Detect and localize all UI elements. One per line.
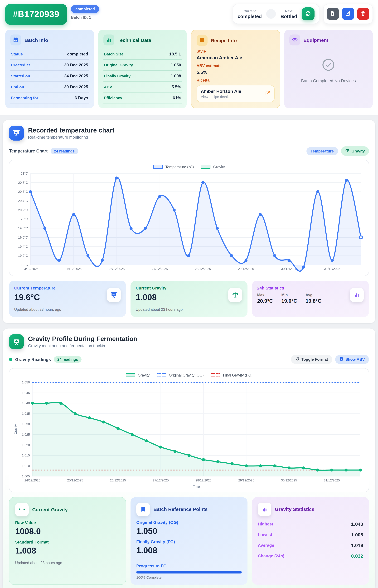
equipment-title: Equipment (303, 37, 328, 43)
svg-text:1.005: 1.005 (22, 475, 30, 478)
temperature-chart-legend: Temperature (°C)Gravity (13, 164, 365, 171)
wifi-icon (289, 34, 300, 45)
legend-swatch (201, 165, 211, 169)
temperature-chart: 21°C20.8°C20.6°C20.4°C20.2°C20°C19.8°C19… (13, 171, 365, 274)
recipe-link-card[interactable]: Amber Horizon Ale View recipe details (197, 85, 274, 102)
export-button[interactable] (327, 8, 339, 20)
svg-text:24/12/2025: 24/12/2025 (23, 267, 39, 271)
external-link-icon (265, 90, 270, 97)
presentation-chart-icon (107, 288, 121, 302)
presentation-chart-icon (9, 334, 24, 349)
bar-chart-icon (258, 502, 271, 516)
svg-text:1.010: 1.010 (22, 464, 30, 468)
standard-format-value: 1.008 (15, 546, 120, 556)
batch-info-title: Batch Info (25, 37, 48, 43)
current-gravity-updated: Updated about 23 hours ago (136, 308, 242, 312)
technical-data-card: Technical Data Batch Size18.5 L Original… (98, 30, 187, 108)
delete-button[interactable] (357, 8, 369, 20)
scale-icon (228, 288, 242, 302)
temperature-section-subtitle: Real-time temperature monitoring (28, 135, 114, 140)
progress-to-fg-label: Progress to FG (136, 563, 242, 568)
stats-24h-card: 24h Statistics Max20.9°C Min19.0°C Avg19… (252, 281, 369, 317)
svg-text:26/12/2025: 26/12/2025 (109, 267, 125, 271)
advance-status-button[interactable] (302, 7, 314, 20)
info-row: Finally Gravity1.008 (103, 71, 182, 82)
legend-item[interactable]: Gravity (201, 165, 225, 169)
next-status-label: Next (281, 9, 297, 13)
svg-text:1.035: 1.035 (22, 412, 30, 416)
show-abv-button[interactable]: Show ABV (335, 355, 369, 364)
gravity-readings-label: Gravity Readings (15, 357, 51, 362)
temp-readings-badge: 24 readings (51, 148, 78, 154)
temperature-section-title: Recorded temperature chart (28, 127, 114, 134)
current-temperature-updated: Updated about 23 hours ago (14, 308, 121, 312)
legend-label: Final Gravity (FG) (223, 373, 253, 377)
gravity-tab-button[interactable]: Gravity (341, 146, 369, 156)
svg-text:30/12/2025: 30/12/2025 (281, 267, 297, 271)
svg-text:30/12/2025: 30/12/2025 (281, 479, 297, 482)
svg-text:29/12/2025: 29/12/2025 (238, 479, 254, 482)
svg-text:24/12/2025: 24/12/2025 (24, 479, 40, 482)
bar-chart-icon (103, 34, 114, 45)
svg-text:26/12/2025: 26/12/2025 (110, 479, 126, 482)
progress-bar (136, 571, 242, 573)
green-dot-icon (9, 358, 12, 361)
max-value: 20.9°C (257, 298, 273, 304)
gravity-chart-legend: GravityOriginal Gravity (OG)Final Gravit… (13, 372, 365, 379)
temperature-tab-button[interactable]: Temperature (307, 147, 338, 155)
info-row: Created at30 Dec 2025 (10, 60, 89, 71)
svg-text:20.8°C: 20.8°C (18, 181, 28, 184)
trash-icon (360, 11, 366, 17)
recipe-link-text: View recipe details (201, 95, 241, 99)
legend-item[interactable]: Final Gravity (FG) (211, 373, 253, 377)
scale-icon (345, 148, 350, 154)
current-gravity-label: Current Gravity (136, 286, 242, 291)
svg-text:20.2°C: 20.2°C (18, 208, 28, 212)
legend-swatch (211, 373, 220, 377)
current-gravity-detail-card: Current Gravity Raw Value 1008.0 Standar… (9, 497, 126, 585)
svg-text:1.015: 1.015 (22, 454, 30, 457)
stat-row: Lowest1.008 (258, 532, 363, 537)
refresh-icon (305, 10, 311, 18)
info-row: Started on24 Dec 2025 (10, 71, 89, 82)
current-status-label: Current (238, 9, 262, 13)
legend-item[interactable]: Gravity (125, 373, 149, 377)
temperature-chart-container: Temperature (°C)Gravity 21°C20.8°C20.6°C… (9, 160, 369, 276)
batch-number: #B1720939 (5, 4, 67, 25)
legend-item[interactable]: Temperature (°C) (153, 165, 194, 169)
technical-data-title: Technical Data (118, 37, 151, 43)
gravity-statistics-title: Gravity Statistics (275, 506, 314, 512)
min-label: Min (281, 293, 297, 297)
toggle-format-button[interactable]: Toggle Format (291, 355, 332, 364)
actions-card (323, 4, 373, 24)
svg-text:1.050: 1.050 (22, 381, 30, 384)
legend-label: Original Gravity (OG) (169, 373, 204, 377)
ricetta-label: Ricetta (197, 78, 274, 82)
header-section: #B1720939 completed Batch ID: 1 Current … (0, 0, 378, 115)
standard-format-label: Standard Format (15, 539, 120, 544)
equipment-message: Batch Completed No Devices (301, 78, 356, 83)
raw-value-label: Raw Value (15, 520, 120, 525)
legend-label: Gravity (213, 165, 225, 169)
file-download-icon (330, 11, 336, 17)
bookmark-icon (136, 502, 150, 516)
gravity-chart: 1.0501.0451.0401.0351.0301.0251.0201.015… (13, 379, 365, 490)
status-badge: completed (71, 5, 99, 13)
stats-24h-label: 24h Statistics (257, 286, 364, 291)
recipe-info-title: Recipe Info (211, 38, 237, 43)
gravity-section-title: Gravity Profile During Fermentation (28, 335, 137, 343)
svg-text:20.6°C: 20.6°C (18, 190, 28, 193)
info-row: Fermenting for6 Days (10, 93, 89, 103)
gravity-readings-badge: 24 readings (54, 356, 81, 363)
edit-button[interactable] (342, 8, 354, 20)
info-row: Original Gravity1.050 (103, 60, 182, 71)
calendar-icon (10, 34, 21, 45)
legend-label: Temperature (°C) (165, 165, 194, 169)
info-row: ABV5.5% (103, 82, 182, 93)
legend-swatch (125, 373, 135, 377)
legend-item[interactable]: Original Gravity (OG) (157, 373, 204, 377)
recipe-info-card: Recipe Info Style American Amber Ale ABV… (191, 30, 280, 108)
current-temperature-card: Current Temperature 19.6°C Updated about… (9, 281, 126, 317)
raw-value: 1008.0 (15, 526, 120, 536)
svg-text:28/12/2025: 28/12/2025 (195, 479, 211, 482)
